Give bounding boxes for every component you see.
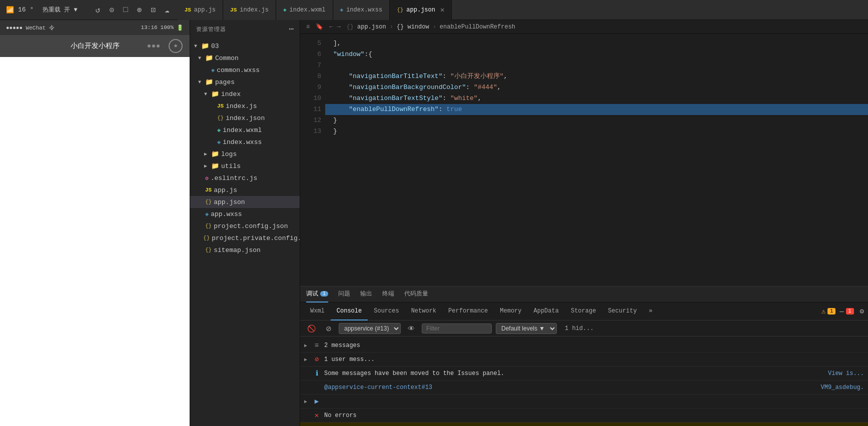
- tab-index-wxss[interactable]: ◈ index.wxss: [333, 0, 390, 20]
- vm-link[interactable]: VM9_asdebug.: [821, 384, 864, 391]
- device-icon[interactable]: □: [123, 6, 128, 14]
- console-row-usermess[interactable]: ▶ ⊘ 1 user mess...: [300, 352, 868, 366]
- json-file-icon: {}: [205, 223, 212, 229]
- wxss-file-icon: ◈: [205, 210, 209, 218]
- console-text: 1 user mess...: [324, 356, 864, 363]
- error-circle-icon: ⊘: [312, 355, 321, 364]
- devtools-tab-sources[interactable]: Sources: [368, 302, 405, 320]
- bottom-panel: 调试 1 问题 输出 终端 代码质量 Wxml: [300, 286, 868, 426]
- line-numbers: 5 6 7 8 9 10 11 12 13: [300, 34, 325, 286]
- tree-item-app-js[interactable]: ▶ JS app.js: [190, 184, 300, 196]
- top-bar: 📶 16 ° 热重载 开 ▼ ↺ ⊙ □ ⊕ ⊡ ☁ JS app.js JS …: [0, 0, 868, 20]
- console-row-context[interactable]: ▶ @appservice-current-context#13 VM9_asd…: [300, 380, 868, 394]
- bottom-tab-debug[interactable]: 调试 1: [306, 286, 328, 302]
- tab-app-json[interactable]: {} app.json ✕: [390, 0, 452, 20]
- tree-item-index-wxss[interactable]: ▶ ◈ index.wxss: [190, 136, 300, 148]
- tab-index-js[interactable]: JS index.js: [223, 0, 276, 20]
- camera-icon: ●: [174, 42, 177, 50]
- expand-icon: ▶: [304, 356, 309, 362]
- time-display: 13:16: [141, 24, 158, 30]
- tree-item-project-config[interactable]: ▶ {} project.config.json: [190, 220, 300, 232]
- tree-item-sitemap[interactable]: ▶ {} sitemap.json: [190, 244, 300, 256]
- console-row-messages[interactable]: ▶ ≡ 2 messages: [300, 338, 868, 352]
- service-selector[interactable]: appservice (#13): [339, 323, 401, 334]
- tab-label: index.wxss: [346, 6, 382, 14]
- console-row-noerrors[interactable]: ▶ ✕ No errors: [300, 408, 868, 422]
- console-row-info[interactable]: ▶ ℹ Some messages have been moved to the…: [300, 366, 868, 380]
- devtools-tab-memory[interactable]: Memory: [494, 302, 527, 320]
- gear-icon[interactable]: ⚙: [860, 307, 864, 316]
- code-line-9: "navigationBarBackgroundColor": "#444",: [325, 82, 868, 93]
- view-issues-link[interactable]: View is...: [828, 370, 864, 377]
- context-link[interactable]: @appservice-current-context#13: [324, 384, 818, 391]
- devtools-tab-storage[interactable]: Storage: [565, 302, 602, 320]
- tab-index-wxml[interactable]: ◈ index.wxml: [276, 0, 333, 20]
- tree-item-label: common.wxss: [217, 66, 260, 74]
- tab-app-js[interactable]: JS app.js: [178, 0, 223, 20]
- code-lines[interactable]: ], "window":{ "navigationBarTitleText": …: [325, 34, 868, 286]
- close-icon[interactable]: ✕: [440, 6, 444, 14]
- tab-label: Performance: [448, 308, 488, 314]
- refresh-icon[interactable]: ↺: [96, 5, 101, 15]
- filter-input[interactable]: [422, 324, 492, 334]
- forward-icon[interactable]: →: [337, 24, 340, 30]
- tree-item-index-folder[interactable]: ▼ 📁 index: [190, 88, 300, 100]
- folder-icon: 📁: [211, 150, 219, 158]
- expand-icon: ▶: [304, 398, 309, 404]
- bottom-tab-terminal[interactable]: 终端: [382, 286, 394, 302]
- toolbar-eye-btn[interactable]: 👁: [405, 324, 418, 334]
- top-bar-icons: ↺ ⊙ □ ⊕ ⊡ ☁: [96, 5, 170, 15]
- bottom-tab-problem[interactable]: 问题: [338, 286, 350, 302]
- phone-nav-bar: 小白开发小程序 ●: [0, 35, 190, 57]
- js-file-icon: JS: [217, 103, 224, 109]
- json-file-icon: {}: [203, 235, 210, 241]
- multi-window-icon[interactable]: ⊕: [137, 5, 142, 15]
- tree-item-common-wxss[interactable]: ▶ ◈ common.wxss: [190, 64, 300, 76]
- bottom-tabs-row: 调试 1 问题 输出 终端 代码质量: [300, 286, 868, 302]
- back-icon[interactable]: ←: [329, 24, 333, 30]
- js-icon: JS: [185, 7, 191, 13]
- tree-item-app-wxss[interactable]: ▶ ◈ app.wxss: [190, 208, 300, 220]
- bottom-tab-output[interactable]: 输出: [360, 286, 372, 302]
- tree-item-03[interactable]: ▼ 📁 03: [190, 40, 300, 52]
- devtools-tab-performance[interactable]: Performance: [442, 302, 494, 320]
- explorer-header: 资源管理器 ⋯: [190, 20, 300, 38]
- tree-item-index-js[interactable]: ▶ JS index.js: [190, 100, 300, 112]
- phone-status-bar: ●●●●● WeChat 令 13:16 100% 🔋: [0, 20, 190, 35]
- grid-icon[interactable]: ⊡: [151, 5, 156, 15]
- bookmark-icon[interactable]: 🔖: [316, 23, 323, 30]
- tree-item-project-private[interactable]: ▶ {} project.private.config.js...: [190, 232, 300, 244]
- devtools-tab-console[interactable]: Console: [331, 302, 368, 320]
- hotreload-status[interactable]: 热重载 开 ▼: [43, 6, 78, 14]
- tree-item-common[interactable]: ▼ 📁 Common: [190, 52, 300, 64]
- tree-item-index-wxml[interactable]: ▶ ◈ index.wxml: [190, 124, 300, 136]
- toolbar-filter-btn[interactable]: ⊘: [323, 324, 335, 334]
- json-file-icon: {}: [205, 199, 212, 205]
- console-row-warning[interactable]: ▶ ⚠ 1 warning: [300, 422, 868, 426]
- explorer-more-icon[interactable]: ⋯: [289, 24, 294, 34]
- upload-icon[interactable]: ☁: [165, 5, 170, 15]
- toolbar-clear-btn[interactable]: 🚫: [304, 324, 319, 334]
- devtools-tab-network[interactable]: Network: [405, 302, 442, 320]
- wxss-file-icon: ◈: [217, 138, 221, 146]
- expand-icon: ▶: [304, 342, 309, 348]
- console-row-arrow[interactable]: ▶ ▶: [300, 394, 868, 408]
- tree-item-app-json[interactable]: ▶ {} app.json: [190, 196, 300, 208]
- devtools-tab-more[interactable]: »: [643, 302, 658, 320]
- record-icon[interactable]: ⊙: [109, 5, 114, 15]
- tree-item-eslintrc[interactable]: ▶ ⚙ .eslintrc.js: [190, 172, 300, 184]
- tree-item-pages[interactable]: ▼ 📁 pages: [190, 76, 300, 88]
- wxml-icon: ◈: [283, 6, 287, 13]
- tab-label: index.js: [240, 6, 269, 14]
- levels-selector[interactable]: Default levels ▼: [496, 323, 557, 334]
- bottom-tab-codequality[interactable]: 代码质量: [404, 286, 428, 302]
- tree-item-utils[interactable]: ▶ 📁 utils: [190, 160, 300, 172]
- devtools-tab-security[interactable]: Security: [602, 302, 643, 320]
- file-explorer: 资源管理器 ⋯ ▼ 📁 03 ▼ 📁 Common ▶ ◈ common.wxs…: [190, 20, 300, 426]
- menu-icon[interactable]: ≡: [306, 24, 310, 30]
- tree-item-index-json[interactable]: ▶ {} index.json: [190, 112, 300, 124]
- tree-item-logs[interactable]: ▶ 📁 logs: [190, 148, 300, 160]
- devtools-tab-wxml[interactable]: Wxml: [304, 302, 331, 320]
- breadcrumb-sep-1: ›: [390, 24, 393, 30]
- devtools-tab-appdata[interactable]: AppData: [528, 302, 565, 320]
